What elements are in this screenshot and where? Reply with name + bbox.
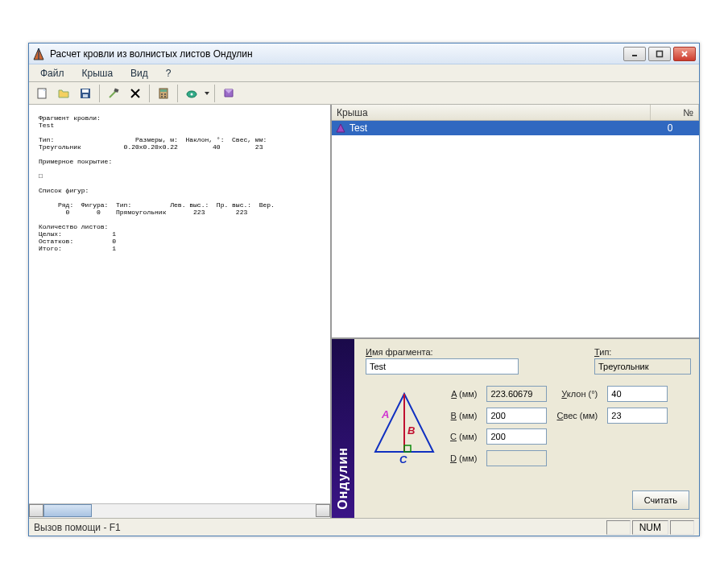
calculate-button[interactable]: Считать — [632, 490, 689, 510]
a-input — [486, 386, 547, 402]
status-cell-3 — [670, 520, 694, 535]
d-input — [486, 450, 547, 466]
brand-label: Ондулин — [336, 447, 350, 510]
scroll-left-icon[interactable] — [29, 504, 43, 517]
svg-rect-17 — [160, 89, 167, 92]
svg-marker-24 — [205, 92, 209, 95]
row-name: Test — [350, 122, 646, 134]
svg-point-18 — [161, 93, 163, 95]
open-button[interactable] — [54, 84, 73, 103]
system-buttons — [623, 47, 696, 61]
horizontal-scrollbar[interactable] — [29, 503, 330, 518]
row-number: 0 — [646, 122, 699, 134]
svg-rect-11 — [83, 94, 88, 97]
fragment-name-input[interactable] — [366, 358, 519, 375]
minimize-button[interactable] — [623, 47, 646, 61]
c-label: C (мм) — [450, 432, 477, 441]
toolbar-separator — [99, 85, 100, 102]
right-pane: Крыша № Test 0 Ондулин — [332, 105, 699, 518]
preview-button[interactable] — [182, 84, 201, 103]
list-view[interactable]: Крыша № Test 0 — [332, 105, 699, 339]
save-button[interactable] — [76, 84, 95, 103]
menu-help[interactable]: ? — [158, 65, 180, 81]
scroll-right-icon[interactable] — [316, 504, 330, 517]
fragment-form: Имя фрагмента: Тип: — [354, 339, 699, 518]
report-text: Фрагмент кровли: Test Тип: Размеры, м: Н… — [29, 105, 330, 503]
new-button[interactable] — [32, 84, 52, 103]
list-item[interactable]: Test 0 — [332, 121, 699, 135]
menu-view[interactable]: Вид — [122, 65, 156, 81]
app-window: Расчет кровли из волнистых листов Ондули… — [28, 43, 700, 536]
overhang-input[interactable] — [607, 408, 668, 424]
toolbar — [29, 82, 699, 105]
svg-point-19 — [164, 93, 166, 95]
b-input[interactable] — [486, 408, 547, 424]
menu-file[interactable]: Файл — [32, 65, 72, 81]
form-area: Ондулин Имя фрагмента: Тип: — [332, 339, 699, 518]
svg-text:C: C — [399, 453, 407, 466]
hammer-button[interactable] — [104, 84, 123, 103]
svg-point-23 — [191, 93, 193, 95]
toolbar-separator — [214, 85, 215, 102]
scroll-thumb[interactable] — [43, 504, 92, 517]
svg-rect-28 — [404, 445, 411, 452]
toolbar-separator — [149, 85, 150, 102]
svg-text:B: B — [407, 424, 415, 437]
svg-point-21 — [164, 96, 166, 97]
toolbar-separator — [177, 85, 178, 102]
close-button[interactable] — [673, 47, 696, 61]
menu-roof[interactable]: Крыша — [74, 65, 122, 81]
list-header: Крыша № — [332, 105, 699, 121]
maximize-button[interactable] — [648, 47, 671, 61]
status-cell-1 — [606, 520, 631, 535]
status-num: NUM — [632, 520, 668, 535]
triangle-icon — [335, 122, 346, 134]
brand-stripe: Ондулин — [332, 339, 354, 518]
window-title: Расчет кровли из волнистых листов Ондули… — [50, 48, 623, 60]
dropdown-icon[interactable] — [204, 87, 210, 100]
slope-label: Уклон (°) — [556, 389, 598, 399]
delete-button[interactable] — [126, 84, 145, 103]
overhang-label: Свес (мм) — [556, 411, 598, 420]
dimension-grid: A (мм) Уклон (°) B (мм) Свес (мм) C (мм) — [450, 386, 668, 466]
help-toolbar-button[interactable] — [219, 84, 238, 103]
column-number[interactable]: № — [651, 105, 699, 120]
d-label: D (мм) — [450, 453, 477, 463]
column-name[interactable]: Крыша — [332, 105, 651, 120]
svg-marker-25 — [337, 124, 345, 132]
b-label: B (мм) — [450, 411, 477, 420]
slope-input[interactable] — [607, 386, 668, 402]
report-pane: Фрагмент кровли: Test Тип: Размеры, м: Н… — [29, 105, 332, 518]
svg-marker-8 — [59, 90, 68, 97]
svg-point-20 — [161, 96, 163, 97]
calculator-button[interactable] — [154, 84, 173, 103]
status-help: Вызов помощи - F1 — [34, 522, 605, 533]
menubar: Файл Крыша Вид ? — [29, 64, 699, 82]
app-icon — [32, 48, 45, 60]
titlebar[interactable]: Расчет кровли из волнистых листов Ондули… — [29, 43, 699, 64]
type-label: Тип: — [594, 347, 691, 357]
svg-line-12 — [110, 91, 116, 97]
c-input[interactable] — [486, 428, 547, 445]
type-input — [594, 358, 691, 375]
svg-text:A: A — [381, 408, 389, 420]
svg-rect-3 — [657, 51, 663, 56]
fragment-name-label: Имя фрагмента: — [366, 347, 519, 357]
svg-rect-10 — [82, 89, 89, 93]
triangle-diagram: A B C — [366, 386, 442, 466]
client-area: Фрагмент кровли: Test Тип: Размеры, м: Н… — [29, 105, 699, 518]
a-label: A (мм) — [450, 389, 477, 399]
statusbar: Вызов помощи - F1 NUM — [29, 518, 699, 536]
